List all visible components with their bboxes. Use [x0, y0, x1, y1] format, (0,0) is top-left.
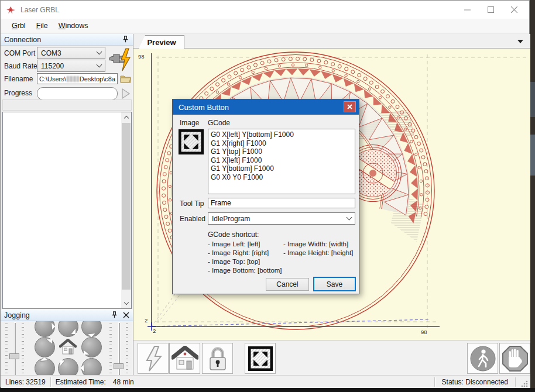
- play-icon: [121, 88, 131, 99]
- progress-bar: [37, 87, 118, 100]
- resize-grip[interactable]: [520, 380, 529, 388]
- enabled-value: IdleProgram: [212, 215, 250, 223]
- com-port-value: COM3: [41, 49, 61, 57]
- jog-w-button[interactable]: [35, 337, 55, 357]
- speed-slider[interactable]: [14, 322, 16, 375]
- jog-s-button[interactable]: [58, 358, 78, 376]
- command-log-list[interactable]: [2, 112, 132, 309]
- unlock-button[interactable]: [202, 343, 233, 374]
- connection-status: Status: Disconnected: [435, 378, 515, 386]
- jog-sw-button[interactable]: [35, 358, 55, 376]
- menu-file[interactable]: File: [31, 19, 53, 32]
- cancel-button[interactable]: Cancel: [266, 278, 309, 291]
- background-fragment: [530, 82, 535, 117]
- run-program-button[interactable]: [467, 343, 498, 374]
- enabled-select[interactable]: IdleProgram: [208, 212, 355, 225]
- jog-nw-button[interactable]: [35, 321, 55, 337]
- filename-suffix: Desktop\c8a: [80, 75, 115, 82]
- scroll-down-button[interactable]: [121, 298, 131, 308]
- arrow-ne-icon: [81, 321, 102, 337]
- abort-button[interactable]: [499, 343, 530, 374]
- jogging-controls: [1, 321, 133, 375]
- filename-input[interactable]: C:\Users\Desktop\c8a: [37, 73, 118, 84]
- axis-label-y-max: 98: [138, 53, 145, 60]
- jog-home-button[interactable]: [57, 336, 78, 357]
- jog-ne-button[interactable]: [81, 321, 102, 337]
- dialog-close-button[interactable]: [344, 101, 356, 112]
- slider-ticks: [5, 324, 8, 374]
- arrow-e-icon: [84, 339, 99, 355]
- tab-list-dropdown-icon[interactable]: [517, 40, 523, 43]
- tab-preview[interactable]: Preview: [139, 35, 184, 49]
- connection-header-label: Connection: [4, 36, 41, 44]
- arrow-n-icon: [60, 321, 76, 334]
- dialog-title: Custom Button: [179, 103, 229, 112]
- enabled-label: Enabled: [180, 215, 205, 223]
- connection-sidebar: Connection COM Port COM3 Baud Rate 11520…: [1, 34, 133, 375]
- pin-icon[interactable]: [111, 311, 118, 319]
- maximize-button[interactable]: [479, 1, 502, 19]
- com-port-select[interactable]: COM3: [37, 47, 105, 59]
- close-panel-icon[interactable]: [123, 312, 129, 318]
- arrow-se-icon: [81, 357, 102, 375]
- custom-button-dialog: Custom Button Image GCode G0 X[left] Y[b…: [172, 99, 359, 294]
- shortcut-item: - Image Top: [top]: [208, 258, 282, 267]
- frame-custom-button[interactable]: [245, 343, 276, 374]
- scroll-thumb[interactable]: [122, 123, 131, 290]
- open-file-button[interactable]: [119, 73, 132, 84]
- estimated-time-label: Estimated Time:: [56, 378, 106, 386]
- jogging-header-label: Jogging: [4, 311, 30, 319]
- jogging-panel-header: Jogging: [1, 310, 133, 321]
- baud-rate-select[interactable]: 115200: [37, 60, 105, 72]
- filename-prefix: C:\Users\: [39, 75, 66, 82]
- close-button[interactable]: [502, 1, 526, 19]
- title-bar[interactable]: Laser GRBL: [1, 1, 529, 19]
- shortcut-item: - Image Height: [height]: [283, 249, 354, 258]
- slider-ticks: [126, 324, 128, 374]
- laser-test-button[interactable]: [138, 343, 169, 374]
- menu-grbl[interactable]: Grbl: [6, 19, 31, 32]
- scroll-up-button[interactable]: [121, 112, 131, 122]
- close-icon: [347, 104, 352, 109]
- gcode-textarea[interactable]: G0 X[left] Y[bottom] F1000 G1 X[right] F…: [208, 129, 355, 194]
- app-icon: [6, 5, 16, 15]
- connect-button[interactable]: [107, 46, 133, 73]
- speed-slider-handle[interactable]: [9, 353, 19, 359]
- chevron-down-icon: [347, 215, 352, 221]
- pin-icon[interactable]: [122, 36, 129, 43]
- jog-se-button[interactable]: [81, 358, 102, 376]
- jog-e-button[interactable]: [81, 337, 102, 357]
- frame-icon: [248, 346, 273, 372]
- step-slider-handle[interactable]: [114, 363, 124, 369]
- image-label: Image: [180, 119, 199, 127]
- shortcut-item: - Image Width: [width]: [283, 240, 354, 249]
- padlock-icon: [207, 345, 229, 372]
- redacted-username: [67, 76, 79, 82]
- log-scrollbar[interactable]: [121, 112, 131, 308]
- tooltip-input[interactable]: [208, 198, 355, 208]
- filename-label: Filename: [4, 75, 33, 83]
- com-port-label: COM Port: [4, 49, 35, 57]
- background-fragment: [530, 135, 535, 176]
- status-bar: Lines: 32519 Estimated Time: 48 min Stat…: [1, 375, 530, 388]
- shortcut-item: - Image Right: [right]: [208, 249, 282, 258]
- lightning-icon: [142, 345, 165, 372]
- save-label: Save: [327, 280, 342, 288]
- dialog-title-bar[interactable]: Custom Button: [173, 99, 359, 115]
- desktop: Laser GRBL Grbl File Windows Connection: [0, 0, 535, 392]
- arrow-sw-icon: [34, 357, 56, 375]
- save-button[interactable]: Save: [313, 277, 356, 291]
- jog-n-button[interactable]: [58, 321, 78, 337]
- slider-ticks: [109, 324, 112, 374]
- statusbar-separator: [515, 377, 516, 387]
- run-button[interactable]: [119, 88, 132, 99]
- homing-button[interactable]: [169, 343, 200, 374]
- button-image-picker[interactable]: [178, 129, 204, 155]
- shortcut-list-left: - Image Left: [left] - Image Right: [rig…: [208, 240, 282, 276]
- menu-windows[interactable]: Windows: [53, 19, 94, 32]
- axis-label-y-min: 2: [145, 317, 148, 324]
- minimize-button[interactable]: [455, 1, 479, 19]
- arrow-w-icon: [37, 339, 52, 355]
- chevron-down-icon: [97, 62, 102, 68]
- walking-person-icon: [469, 345, 496, 372]
